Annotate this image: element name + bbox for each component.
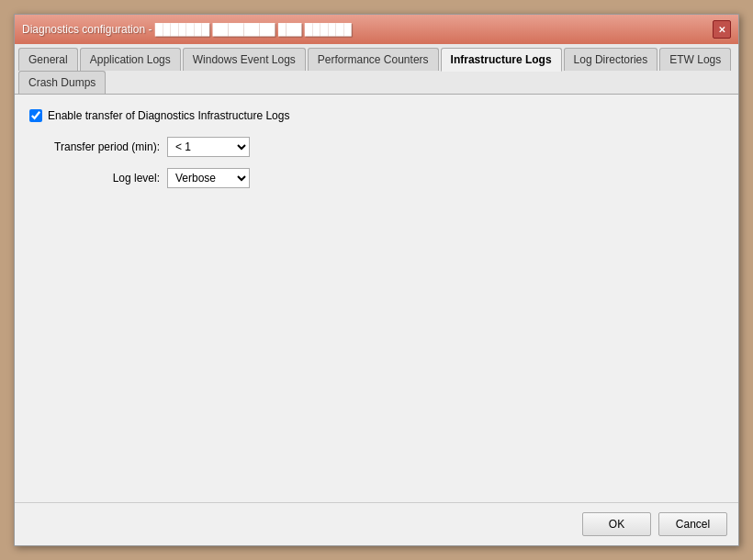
title-bar: Diagnostics configuration - ███████ ████…	[15, 15, 738, 44]
tab-performance-counters[interactable]: Performance Counters	[308, 48, 439, 71]
cancel-button[interactable]: Cancel	[658, 512, 727, 536]
tab-etw-logs[interactable]: ETW Logs	[659, 48, 731, 71]
tab-content: Enable transfer of Diagnostics Infrastru…	[15, 95, 738, 502]
form-section: Transfer period (min): < 1 1 5 10 15 30 …	[48, 137, 724, 188]
log-level-row: Log level: Verbose Information Warning E…	[48, 168, 724, 188]
tab-bar: General Application Logs Windows Event L…	[15, 44, 738, 95]
tab-infrastructure-logs[interactable]: Infrastructure Logs	[441, 48, 562, 72]
tab-crash-dumps[interactable]: Crash Dumps	[18, 71, 106, 94]
tab-log-directories[interactable]: Log Directories	[564, 48, 658, 71]
transfer-period-label: Transfer period (min):	[48, 140, 167, 153]
transfer-period-row: Transfer period (min): < 1 1 5 10 15 30 …	[48, 137, 724, 157]
dialog-window: Diagnostics configuration - ███████ ████…	[14, 14, 739, 546]
log-level-label: Log level:	[48, 172, 167, 185]
ok-button[interactable]: OK	[582, 512, 651, 536]
tab-windows-event-logs[interactable]: Windows Event Logs	[183, 48, 306, 71]
log-level-select[interactable]: Verbose Information Warning Error Critic…	[167, 168, 250, 188]
tab-application-logs[interactable]: Application Logs	[80, 48, 181, 71]
tab-general[interactable]: General	[18, 48, 78, 71]
transfer-period-select[interactable]: < 1 1 5 10 15 30 60	[167, 137, 250, 157]
title-bar-controls: ✕	[713, 20, 731, 39]
enable-transfer-checkbox[interactable]	[29, 109, 42, 122]
enable-transfer-label[interactable]: Enable transfer of Diagnostics Infrastru…	[48, 109, 289, 122]
enable-transfer-row: Enable transfer of Diagnostics Infrastru…	[29, 109, 724, 122]
button-bar: OK Cancel	[15, 502, 738, 545]
window-title: Diagnostics configuration - ███████ ████…	[22, 23, 352, 36]
close-button[interactable]: ✕	[713, 20, 731, 39]
